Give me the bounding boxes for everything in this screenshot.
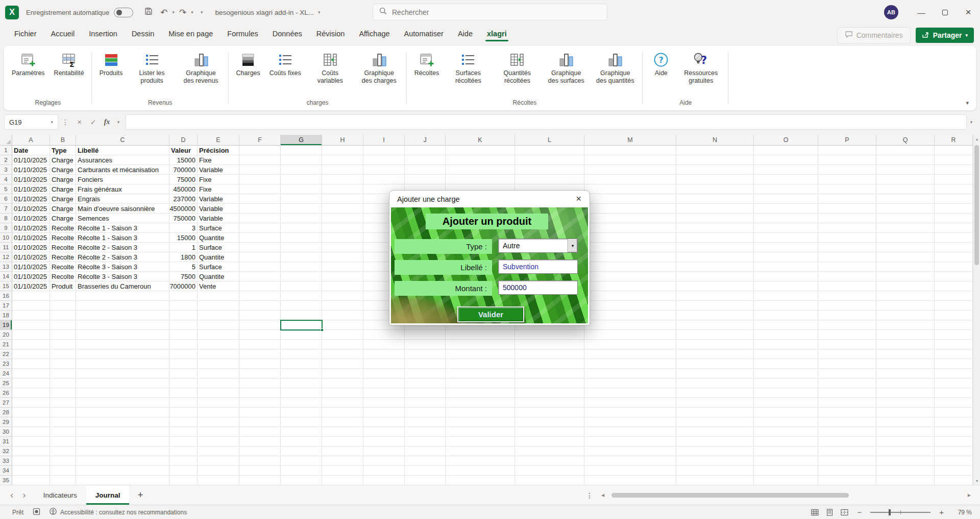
cell-H1[interactable] [322, 146, 363, 155]
cell-E21[interactable] [198, 340, 239, 349]
row-header-15[interactable]: 15 [0, 281, 12, 291]
cell-A29[interactable] [12, 417, 50, 427]
cell-J2[interactable] [405, 155, 446, 165]
cell-N18[interactable] [676, 311, 754, 320]
cell-C11[interactable]: Récolte 2 - Saison 3 [76, 243, 169, 252]
cell-M28[interactable] [584, 408, 676, 417]
cell-G6[interactable] [281, 194, 322, 204]
cell-Q5[interactable] [876, 184, 935, 194]
ribbon-button-graphique-des-quantit-s[interactable]: Graphique des quantités [592, 50, 639, 86]
cell-A27[interactable] [12, 398, 50, 408]
cell-Q3[interactable] [876, 165, 935, 175]
libelle-input[interactable] [499, 260, 577, 273]
cell-P21[interactable] [818, 340, 876, 349]
vertical-scroll-thumb[interactable] [974, 145, 979, 265]
cell-O19[interactable] [754, 320, 818, 330]
cell-F29[interactable] [239, 417, 281, 427]
cell-A24[interactable] [12, 369, 50, 379]
cell-B25[interactable] [50, 379, 76, 388]
cell-R10[interactable] [935, 233, 973, 243]
dialog-title-bar[interactable]: Ajouter une charge × [389, 191, 590, 207]
cell-R31[interactable] [935, 437, 973, 446]
column-header-E[interactable]: E [198, 135, 239, 146]
sheet-next-icon[interactable]: › [22, 489, 26, 501]
cell-R9[interactable] [935, 223, 973, 233]
cell-Q17[interactable] [876, 301, 935, 311]
cell-Q33[interactable] [876, 456, 935, 466]
row-header-32[interactable]: 32 [0, 446, 12, 456]
autosave-control[interactable]: Enregistrement automatique [26, 8, 133, 17]
cell-G15[interactable] [281, 281, 322, 291]
cell-C3[interactable]: Carburants et mécanisation [76, 165, 169, 175]
cell-R24[interactable] [935, 369, 973, 379]
cell-N9[interactable] [676, 223, 754, 233]
cell-N20[interactable] [676, 330, 754, 340]
cell-R25[interactable] [935, 379, 973, 388]
cell-K2[interactable] [446, 155, 515, 165]
row-header-11[interactable]: 11 [0, 243, 12, 252]
cell-F1[interactable] [239, 146, 281, 155]
zoom-slider[interactable] [870, 512, 930, 513]
cell-D31[interactable] [169, 437, 198, 446]
scroll-right-icon[interactable]: ▶ [968, 493, 971, 498]
cell-E20[interactable] [198, 330, 239, 340]
valider-button[interactable]: Valider [458, 308, 523, 321]
tab-fichier[interactable]: Fichier [7, 25, 44, 44]
cell-B19[interactable] [50, 320, 76, 330]
cell-M5[interactable] [584, 184, 676, 194]
row-header-1[interactable]: 1 [0, 146, 12, 155]
cell-O23[interactable] [754, 359, 818, 369]
cell-Q12[interactable] [876, 252, 935, 262]
cell-R8[interactable] [935, 214, 973, 223]
row-header-5[interactable]: 5 [0, 184, 12, 194]
cell-P20[interactable] [818, 330, 876, 340]
cell-A16[interactable] [12, 291, 50, 301]
row-header-2[interactable]: 2 [0, 155, 12, 165]
cell-B7[interactable]: Charge [50, 204, 76, 214]
cell-P29[interactable] [818, 417, 876, 427]
cell-F10[interactable] [239, 233, 281, 243]
cell-D7[interactable]: 4500000 [169, 204, 198, 214]
column-header-H[interactable]: H [322, 135, 363, 146]
cell-R3[interactable] [935, 165, 973, 175]
cell-L29[interactable] [515, 417, 584, 427]
cell-P22[interactable] [818, 349, 876, 359]
collapse-ribbon-icon[interactable]: ▾ [966, 100, 969, 106]
cell-N23[interactable] [676, 359, 754, 369]
cell-P3[interactable] [818, 165, 876, 175]
cell-L20[interactable] [515, 330, 584, 340]
cell-P8[interactable] [818, 214, 876, 223]
avatar[interactable]: AB [884, 5, 898, 19]
cell-I20[interactable] [363, 330, 405, 340]
tab-accueil[interactable]: Accueil [44, 25, 82, 44]
ribbon-button-graphique-des-charges[interactable]: Graphique des charges [356, 50, 403, 86]
cell-K22[interactable] [446, 349, 515, 359]
insert-function-icon[interactable]: fx [100, 118, 114, 126]
cell-A15[interactable]: 01/10/2025 [12, 281, 50, 291]
cell-D20[interactable] [169, 330, 198, 340]
cell-R18[interactable] [935, 311, 973, 320]
add-sheet-button[interactable]: + [129, 485, 151, 505]
cell-M2[interactable] [584, 155, 676, 165]
cell-F5[interactable] [239, 184, 281, 194]
cell-D13[interactable]: 5 [169, 262, 198, 272]
row-header-25[interactable]: 25 [0, 379, 12, 388]
cell-N4[interactable] [676, 175, 754, 184]
cell-Q30[interactable] [876, 427, 935, 437]
expand-formula-bar-icon[interactable]: ▾ [967, 120, 976, 125]
cell-C7[interactable]: Main d'oeuvre saisonnière [76, 204, 169, 214]
close-button[interactable]: × [957, 0, 980, 25]
cell-O2[interactable] [754, 155, 818, 165]
column-header-I[interactable]: I [363, 135, 405, 146]
cell-F14[interactable] [239, 272, 281, 281]
cell-O14[interactable] [754, 272, 818, 281]
share-button[interactable]: Partager ▾ [916, 28, 974, 43]
cell-R35[interactable] [935, 476, 973, 485]
cell-N29[interactable] [676, 417, 754, 427]
cell-F19[interactable] [239, 320, 281, 330]
cell-P14[interactable] [818, 272, 876, 281]
cell-L3[interactable] [515, 165, 584, 175]
cell-N1[interactable] [676, 146, 754, 155]
cell-N22[interactable] [676, 349, 754, 359]
cell-F20[interactable] [239, 330, 281, 340]
